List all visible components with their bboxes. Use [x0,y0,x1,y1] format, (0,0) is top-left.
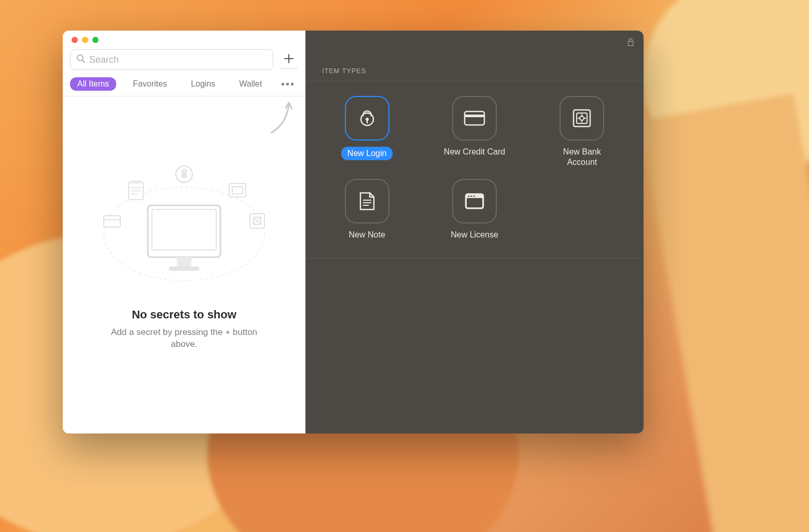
item-type-label: New Login [341,147,393,160]
tab-wallet[interactable]: Wallet [232,77,269,91]
empty-state: No secrets to show Add a secret by press… [63,96,305,433]
window-maximize-button[interactable] [92,37,99,43]
window-close-button[interactable] [72,37,78,43]
svg-rect-22 [169,267,199,271]
divider [305,258,644,258]
item-type-label: New Bank Account [551,147,613,167]
svg-point-41 [468,195,470,197]
svg-rect-8 [131,180,141,184]
empty-subtitle: Add a secret by pressing the + button ab… [106,327,262,351]
svg-point-43 [473,195,475,197]
item-type-label: New Note [349,230,385,240]
ellipsis-icon: ••• [281,78,295,90]
item-type-credit-card[interactable]: New Credit Card [423,96,525,167]
safe-icon [560,96,604,141]
filter-tabs: All Items Favorites Logins Wallet ••• [63,74,305,96]
svg-rect-29 [574,110,590,127]
svg-rect-21 [152,209,216,250]
item-type-note[interactable]: New Note [316,179,418,240]
svg-rect-27 [465,111,484,125]
tab-logins[interactable]: Logins [184,77,222,91]
app-window-icon [452,179,497,223]
right-panel: ITEM TYPES New Login New Credit Card New [305,31,644,433]
app-window: All Items Favorites Logins Wallet ••• [63,31,644,433]
svg-rect-13 [232,187,243,194]
svg-rect-14 [104,216,120,227]
item-type-login[interactable]: New Login [316,96,418,167]
item-type-bank-account[interactable]: New Bank Account [531,96,633,167]
plus-icon [283,51,295,68]
svg-rect-40 [467,198,482,207]
search-input[interactable] [86,54,268,65]
item-type-label: New Credit Card [444,147,505,157]
svg-rect-26 [366,120,368,123]
svg-line-1 [82,60,85,63]
hint-arrow-icon [268,100,294,138]
login-icon [345,96,389,141]
svg-rect-23 [628,41,633,46]
svg-point-31 [580,116,584,120]
credit-card-icon [452,96,497,141]
item-types-heading: ITEM TYPES [305,31,644,81]
window-titlebar [63,31,305,49]
search-field-wrap[interactable] [70,49,273,70]
empty-title: No secrets to show [132,308,236,321]
search-icon [76,53,86,66]
left-panel: All Items Favorites Logins Wallet ••• [63,31,305,433]
tab-favorites[interactable]: Favorites [125,77,174,91]
item-type-label: New License [451,230,498,240]
toolbar [63,49,305,74]
lock-icon [627,38,634,48]
note-icon [345,179,389,223]
tabs-more-button[interactable]: ••• [281,78,298,90]
svg-point-42 [471,195,472,197]
window-minimize-button[interactable] [82,37,88,43]
item-type-license[interactable]: New License [423,179,525,240]
empty-illustration [99,153,270,290]
svg-rect-6 [182,172,187,178]
add-button[interactable] [280,50,298,69]
svg-rect-28 [465,115,484,117]
item-types-grid: New Login New Credit Card New Bank Accou… [305,81,644,258]
tab-all-items[interactable]: All Items [70,77,116,91]
